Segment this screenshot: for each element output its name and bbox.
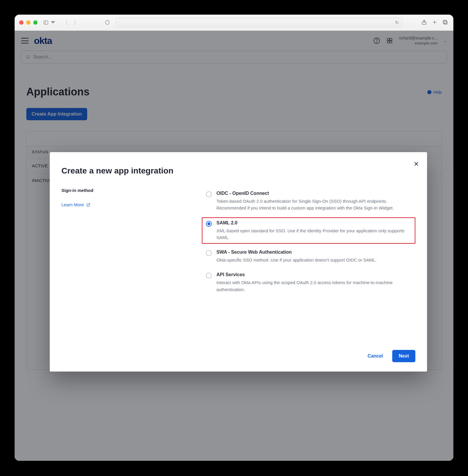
option-description: Interact with Okta APIs using the scoped… [216, 279, 411, 293]
svg-rect-5 [444, 21, 447, 24]
learn-more-label: Learn More [61, 202, 84, 207]
page-content: okta richard@example.c... example-com ⌄ … [15, 31, 453, 461]
signin-method-label: Sign-in method [61, 188, 196, 193]
browser-right-controls [421, 19, 449, 26]
option-description: Token-based OAuth 2.0 authentication for… [216, 198, 411, 212]
svg-rect-0 [44, 21, 48, 24]
cancel-button[interactable]: Cancel [364, 350, 386, 362]
refresh-icon[interactable]: ↻ [395, 20, 399, 25]
next-button[interactable]: Next [392, 350, 415, 362]
signin-option-api[interactable]: API ServicesInteract with Okta APIs usin… [202, 269, 415, 296]
option-title: API Services [216, 272, 411, 277]
radio-swa[interactable] [206, 250, 212, 256]
signin-method-options: OIDC - OpenID ConnectToken-based OAuth 2… [202, 188, 415, 299]
create-app-dialog: ✕ Create a new app integration Sign-in m… [50, 152, 427, 372]
sidebar-toggle-icon[interactable] [41, 19, 58, 26]
forward-button[interactable]: 〉 [73, 19, 80, 27]
browser-titlebar: 〈 〉 ↻ [15, 15, 453, 31]
svg-rect-6 [443, 20, 446, 23]
option-description: Okta-specific SSO method. Use if your ap… [216, 257, 376, 263]
radio-oidc[interactable] [206, 191, 212, 197]
learn-more-link[interactable]: Learn More [61, 202, 196, 207]
share-icon[interactable] [421, 19, 428, 26]
dialog-title: Create a new app integration [61, 166, 415, 176]
close-icon[interactable]: ✕ [414, 160, 419, 168]
browser-window: 〈 〉 ↻ okta [15, 15, 453, 461]
external-link-icon [86, 203, 90, 207]
option-title: SWA - Secure Web Authentication [216, 250, 376, 255]
close-window-button[interactable] [19, 20, 23, 25]
new-tab-icon[interactable] [432, 19, 438, 26]
back-button[interactable]: 〈 [61, 19, 69, 27]
radio-saml[interactable] [206, 221, 212, 227]
radio-api[interactable] [206, 273, 212, 279]
signin-option-saml[interactable]: SAML 2.0XML-based open standard for SSO.… [202, 217, 415, 244]
minimize-window-button[interactable] [26, 20, 30, 25]
option-title: OIDC - OpenID Connect [216, 191, 411, 196]
zoom-window-button[interactable] [33, 20, 37, 25]
address-bar[interactable]: ↻ [116, 18, 402, 27]
tab-overview-icon[interactable] [442, 19, 449, 26]
signin-option-oidc[interactable]: OIDC - OpenID ConnectToken-based OAuth 2… [202, 188, 415, 214]
option-title: SAML 2.0 [216, 220, 411, 226]
signin-option-swa[interactable]: SWA - Secure Web AuthenticationOkta-spec… [202, 247, 415, 266]
traffic-lights [19, 20, 37, 25]
option-description: XML-based open standard for SSO. Use if … [216, 227, 411, 241]
privacy-shield-icon[interactable] [105, 20, 110, 25]
